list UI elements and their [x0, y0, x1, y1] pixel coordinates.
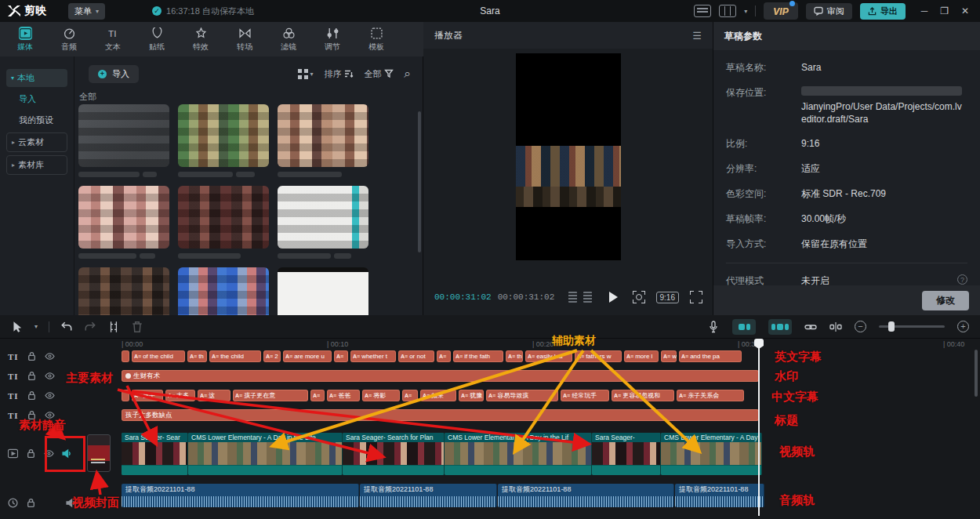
lock-icon[interactable] [26, 498, 36, 508]
media-nav-云素材[interactable]: ▸云素材 [6, 132, 67, 152]
media-nav-素材库[interactable]: ▸素材库 [6, 155, 67, 175]
audio-clip[interactable]: 提取音频20221101-88 [122, 484, 359, 507]
eye-icon[interactable] [45, 351, 55, 361]
redo-icon[interactable] [84, 321, 96, 333]
tab-滤镜[interactable]: 滤镜 [267, 22, 310, 56]
media-scrollbar[interactable] [418, 111, 421, 252]
preview-quality-icon[interactable] [633, 291, 645, 303]
fullscreen-icon[interactable] [690, 291, 702, 303]
review-button[interactable]: 审阅 [806, 3, 852, 20]
subtitle-clip[interactable]: A≡w [661, 350, 677, 362]
subtitle-clip[interactable]: A≡爸爸 [327, 390, 360, 401]
watermark-clip[interactable]: 生财有术 [122, 370, 759, 382]
zoom-out-icon[interactable]: − [855, 321, 866, 332]
video-cover-thumbnail[interactable] [87, 434, 111, 472]
subtitle-clip[interactable]: A≡more l [624, 350, 659, 362]
play-button[interactable] [609, 292, 618, 303]
audio-clip[interactable]: 提取音频20221101-88 [360, 484, 497, 507]
lock-icon[interactable] [27, 351, 37, 361]
undo-icon[interactable] [60, 321, 73, 333]
video-clip[interactable]: Sara Seager- Search for Plan [343, 433, 445, 475]
lock-icon[interactable] [27, 390, 37, 401]
subtitle-clip[interactable]: A≡or not [398, 350, 434, 362]
timeline-scrollbar[interactable] [975, 350, 978, 397]
video-clip[interactable]: Sara Seager- [592, 433, 661, 475]
video-clip[interactable]: Sara Seager- Sear [122, 433, 188, 475]
subtitle-clip[interactable]: A≡亲子关系会 [677, 390, 744, 401]
subtitle-clip[interactable]: A≡更容易忽视和 [612, 390, 674, 401]
media-item[interactable] [278, 104, 368, 177]
tab-文本[interactable]: TI文本 [91, 22, 135, 56]
subtitle-clip[interactable] [122, 390, 129, 401]
subtitle-clip[interactable]: A≡大多 [165, 390, 195, 401]
subtitle-clip[interactable]: A≡if the fath [453, 350, 503, 362]
subtitle-clip[interactable]: A≡经常玩手 [561, 390, 609, 401]
video-clip[interactable]: CMS Lower Elementary - A Day in the Life… [188, 433, 343, 475]
subtitle-clip[interactable]: A≡将影 [362, 390, 400, 401]
subtitle-clip[interactable]: A≡easily lea [525, 350, 572, 362]
tab-特效[interactable]: 特效 [179, 22, 223, 56]
eye-icon[interactable] [45, 371, 55, 381]
vip-badge[interactable]: VIP [764, 2, 797, 20]
tab-模板[interactable]: 模板 [354, 22, 398, 56]
subtitle-clip[interactable]: A≡fathers w [575, 350, 622, 362]
shortcut-keyboard-icon[interactable] [694, 5, 711, 17]
tab-调节[interactable]: 调节 [310, 22, 354, 56]
tab-媒体[interactable]: 媒体 [3, 22, 47, 56]
player-menu-icon[interactable]: ☰ [692, 30, 702, 42]
media-item[interactable] [178, 186, 269, 259]
subtitle-clip[interactable]: A≡如果 [420, 390, 456, 401]
record-voiceover-icon[interactable] [707, 321, 720, 333]
subtitle-clip[interactable]: A≡the child [209, 350, 261, 362]
zoom-in-icon[interactable]: + [957, 321, 969, 332]
subtitle-clip[interactable]: A≡犹豫 [459, 390, 484, 401]
video-clip[interactable]: CMS Lower Elementary - A Day [661, 433, 762, 475]
tab-贴纸[interactable]: 贴纸 [135, 22, 179, 56]
subtitle-clip[interactable]: A≡ [402, 390, 418, 401]
info-icon[interactable]: ? [957, 274, 967, 285]
eye-icon[interactable] [45, 390, 55, 401]
video-preview[interactable] [516, 53, 621, 260]
media-item[interactable] [178, 104, 269, 177]
layout-panels-icon[interactable] [719, 5, 736, 17]
media-nav-本地[interactable]: ▾本地 [6, 69, 67, 87]
subtitle-clip[interactable]: A≡ [310, 390, 325, 401]
search-button[interactable]: ⌕ [405, 67, 411, 81]
lock-icon[interactable] [26, 448, 36, 459]
subtitle-clip[interactable]: A≡and the pa [679, 350, 742, 362]
link-toggle-icon[interactable] [804, 321, 817, 333]
lock-icon[interactable] [27, 371, 37, 381]
menu-button[interactable]: 菜单 ▾ [68, 3, 105, 20]
tab-音频[interactable]: 音频 [47, 22, 91, 56]
title-clip[interactable]: 孩子大多数缺点 [122, 409, 759, 421]
ratio-button[interactable]: 9:16 [656, 292, 679, 303]
split-tool-icon[interactable] [107, 321, 120, 333]
tab-转场[interactable]: 转场 [223, 22, 267, 56]
subtitle-clip[interactable]: A≡ [334, 350, 348, 362]
video-clip[interactable]: CMS Lower Elementary - A Day in the Lif [445, 433, 592, 475]
subtitle-clip[interactable]: A≡of the child [132, 350, 185, 362]
auto-ripple-toggle[interactable] [732, 319, 756, 335]
select-tool-chevron-icon[interactable]: ▾ [34, 323, 38, 330]
subtitle-clip[interactable]: A≡ [437, 350, 451, 362]
media-nav-导入[interactable]: 导入 [14, 90, 67, 108]
media-item[interactable] [78, 186, 169, 259]
maximize-button[interactable]: ❐ [940, 5, 949, 16]
media-item[interactable] [278, 186, 368, 259]
modify-button[interactable]: 修改 [922, 291, 969, 310]
timeline-zoom-slider[interactable] [879, 325, 945, 328]
zoom-slider-knob[interactable] [888, 321, 895, 332]
subtitle-clip[interactable]: A≡2 [263, 350, 281, 362]
magnetic-snap-toggle[interactable] [768, 319, 792, 335]
subtitle-clip[interactable]: A≡th [187, 350, 207, 362]
audio-clip[interactable]: 提取音频20221101-88 [675, 484, 764, 507]
minimize-button[interactable]: ─ [921, 5, 928, 16]
subtitle-clip[interactable]: A≡孩子 [132, 390, 163, 401]
close-button[interactable]: ✕ [961, 5, 969, 16]
select-tool-icon[interactable] [11, 321, 24, 333]
layout-chevron-icon[interactable]: ▾ [744, 8, 747, 15]
subtitle-clip[interactable]: A≡容易导致孩 [486, 390, 558, 401]
subtitle-clip[interactable] [122, 350, 129, 362]
sort-button[interactable]: 排序 [325, 68, 354, 80]
playhead[interactable] [758, 339, 760, 516]
